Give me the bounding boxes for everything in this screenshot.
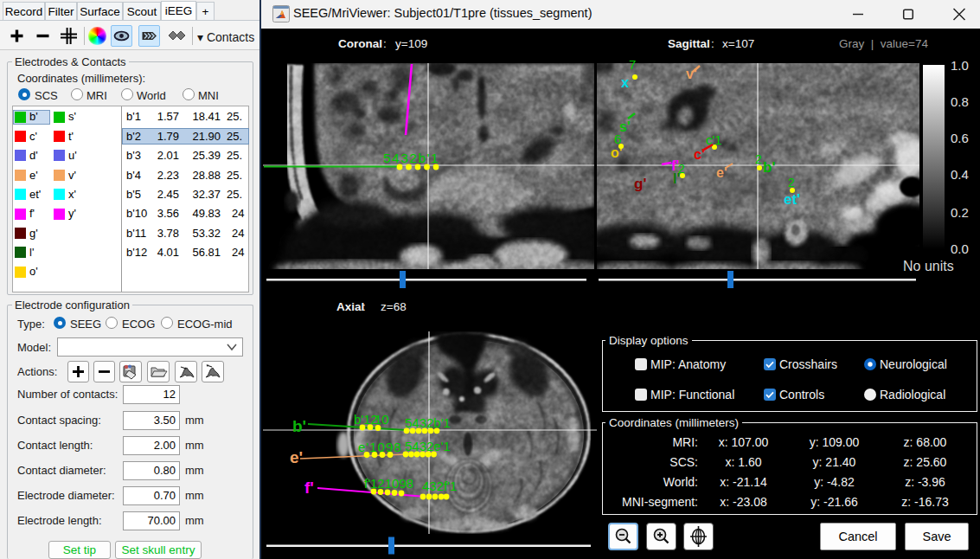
svg-text:5432b'1: 5432b'1 [405,415,451,430]
svg-text:e'1098: e'1098 [358,440,402,454]
svg-text:Gray | value=74: Gray | value=74 [839,37,928,50]
svg-text:1.0: 1.0 [951,58,969,73]
svg-text:x=107: x=107 [722,37,754,50]
svg-text:f': f' [304,479,314,497]
svg-text::: : [362,300,366,313]
svg-text:5432b'1: 5432b'1 [383,151,439,165]
svg-text:s': s' [619,119,631,134]
svg-text:432f'1: 432f'1 [422,479,457,493]
svg-text:2: 2 [788,176,795,190]
svg-text::: : [711,37,714,50]
svg-text:f'121098: f'121098 [364,476,413,491]
svg-text:y=109: y=109 [395,37,427,50]
svg-text:0.0: 0.0 [951,241,969,256]
svg-text:2: 2 [755,152,762,166]
svg-text:l': l' [673,171,680,186]
svg-text::: : [383,37,387,50]
svg-text:et': et' [784,191,800,208]
svg-text:0.4: 0.4 [951,167,969,182]
svg-text:No units: No units [903,259,954,273]
svg-text:5432e'1: 5432e'1 [405,439,451,453]
svg-text:e': e' [290,448,303,466]
svg-text:Sagittal: Sagittal [668,37,710,50]
svg-text:0.8: 0.8 [951,94,969,109]
svg-text:b': b' [292,417,306,435]
svg-text:Axial: Axial [336,300,364,313]
svg-text:0.2: 0.2 [951,205,969,220]
svg-text:x: x [621,75,629,90]
svg-text:0.6: 0.6 [951,131,969,145]
svg-text:z=68: z=68 [381,300,407,313]
svg-text:g': g' [634,176,646,192]
svg-text:Coronal: Coronal [338,37,382,50]
svg-text:10: 10 [375,412,389,427]
svg-text:b': b' [763,159,775,176]
svg-text:7: 7 [629,57,636,72]
